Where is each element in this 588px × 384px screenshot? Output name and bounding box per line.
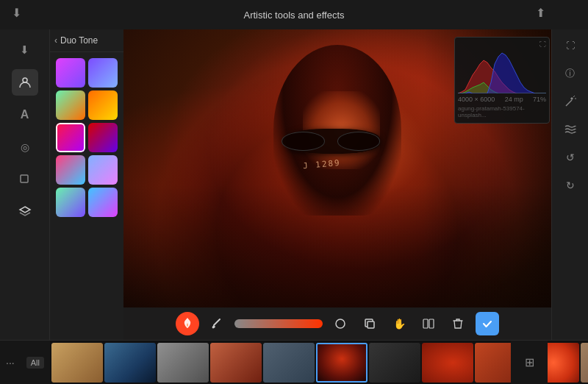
duo-tone-header: ‹ Duo Tone [50,29,123,52]
film-thumb[interactable] [210,343,262,383]
right-sidebar: ⛶ ⓘ ↺ ↻ [551,29,588,340]
duo-tone-panel: ‹ Duo Tone [50,29,123,340]
duo-tone-title: Duo Tone [60,35,98,46]
redo-button[interactable]: ↻ [559,174,582,197]
duo-tone-swatch[interactable] [56,123,85,152]
duo-tone-swatch[interactable] [56,90,85,120]
histogram-canvas [458,49,546,93]
svg-point-0 [23,78,27,82]
wand-button[interactable] [559,90,582,113]
filmstrip-images [50,341,588,384]
hand-button[interactable]: ✋ [387,312,411,335]
filmstrip-all-label[interactable]: All [26,357,44,369]
svg-rect-1 [21,175,28,182]
histogram-panel: ⛶ 4000 × 6000 24 mp 71% agung-pratamah-5… [454,37,550,124]
film-thumb[interactable] [581,343,588,383]
film-thumb[interactable] [51,343,103,383]
svg-point-6 [336,319,345,328]
compare-button[interactable] [417,312,440,335]
flame-button[interactable] [176,312,199,335]
filmstrip-right: ⊞ [511,340,548,384]
sidebar-item-download[interactable]: ⬇ [12,37,38,63]
image-mp: 24 mp [505,96,523,103]
sidebar-item-layers[interactable] [12,199,38,225]
filmstrip-menu[interactable]: ··· [6,357,15,369]
sidebar-item-person[interactable] [12,69,38,96]
svg-rect-10 [429,319,434,328]
film-thumb[interactable] [157,343,209,383]
page-title: Artistic tools and effects [243,10,344,21]
brush-button[interactable] [205,312,229,335]
trash-button[interactable] [446,312,470,335]
duo-tone-swatch[interactable] [88,155,118,185]
bottom-toolbar: ✋ [123,307,551,340]
duo-tone-swatch[interactable] [88,123,118,152]
duo-tone-swatch[interactable] [88,188,118,217]
film-thumb[interactable] [422,343,473,383]
effects-button[interactable] [559,118,582,141]
sidebar-item-target[interactable]: ◎ [12,134,38,160]
film-thumb[interactable] [369,343,420,383]
duo-tone-swatch[interactable] [88,90,118,120]
left-lens [282,132,324,150]
sidebar-item-text[interactable]: A [12,102,38,128]
histogram-meta: agung-pratamah-539574-unsplash... [458,105,546,120]
info-button[interactable]: ⓘ [559,62,582,85]
filmstrip: ··· All ⊞ [0,340,588,384]
duo-tone-grid [50,52,123,223]
image-dimensions: 4000 × 6000 [458,96,495,103]
undo-button[interactable]: ↺ [559,146,582,169]
confirm-button[interactable] [476,312,499,335]
duo-tone-swatch[interactable] [56,155,85,185]
circle-button[interactable] [329,312,352,335]
svg-line-5 [214,319,220,325]
fullscreen-button[interactable]: ⛶ [559,34,582,57]
duo-tone-swatch[interactable] [88,58,118,88]
upload-button[interactable]: ⬆ [536,6,545,20]
duo-tone-swatch[interactable] [56,188,85,217]
duo-tone-swatch[interactable] [56,58,85,88]
image-zoom: 71% [533,96,546,103]
title-bar: Artistic tools and effects [0,0,588,29]
svg-line-3 [573,96,575,97]
histogram-svg [458,49,546,93]
filmstrip-left: ··· All [0,341,50,384]
film-thumb[interactable] [263,343,315,383]
left-sidebar: ⬇ A ◎ [0,29,50,340]
film-thumb[interactable] [316,343,368,383]
copy-button[interactable] [358,312,381,335]
right-lens [337,132,380,150]
svg-line-2 [566,100,572,106]
histogram-expand[interactable]: ⛶ [539,40,546,48]
svg-rect-9 [423,319,428,328]
histogram-info: 4000 × 6000 24 mp 71% [458,93,546,105]
filmstrip-grid-icon[interactable]: ⊞ [525,355,534,369]
back-button[interactable]: ‹ [54,35,57,46]
film-thumb[interactable] [104,343,156,383]
download-button[interactable]: ⬇ [12,6,21,20]
svg-rect-8 [368,321,374,328]
sidebar-item-crop[interactable] [12,166,38,193]
gradient-bar[interactable] [234,319,323,328]
